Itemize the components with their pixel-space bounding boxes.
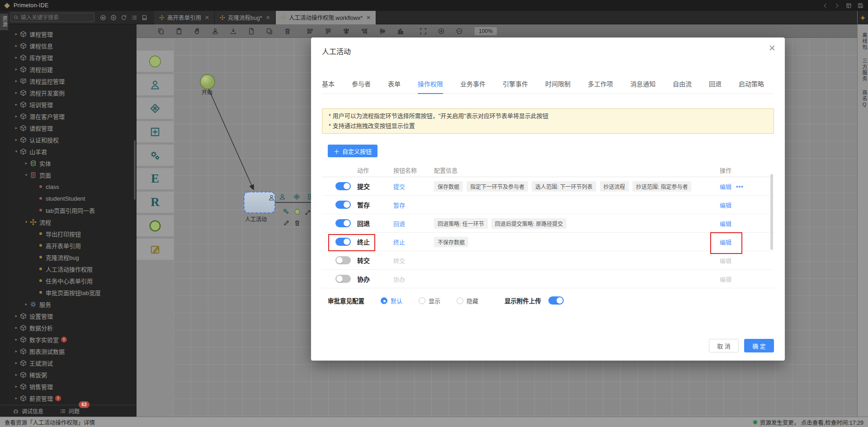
expand-arrow-icon[interactable]: ▸ [13,67,20,71]
expand-arrow-icon[interactable]: ▸ [23,302,30,306]
assistant-icon[interactable] [860,15,866,21]
expand-arrow-icon[interactable]: ▸ [13,337,20,342]
close-tab-icon[interactable]: ✕ [266,14,270,21]
edit-link[interactable]: 编辑 [720,238,731,246]
enable-toggle[interactable] [335,219,351,227]
fit-icon[interactable] [420,28,427,35]
close-tab-icon[interactable]: ✕ [366,14,371,21]
edit-link[interactable]: 编辑 [720,275,731,283]
palette-start-node[interactable] [137,51,174,72]
tree-item[interactable]: 审批页面按钮tab宽度 [8,286,137,298]
expand-arrow-icon[interactable]: ▸ [13,79,20,83]
close-tab-icon[interactable]: ✕ [205,14,209,21]
tree-item[interactable]: ▸课程管理 [8,28,137,40]
ok-button[interactable]: 确 定 [744,339,774,352]
search-box[interactable] [10,13,94,22]
dialog-tab-操作权限[interactable]: 操作权限 [418,79,443,88]
zoom-in-icon[interactable] [438,28,445,35]
expand-arrow-icon[interactable]: ▸ [13,43,20,48]
tree-item[interactable]: 任务中心表单引用 [8,275,137,286]
tree-item[interactable]: ▸潜在客户管理 [8,110,137,122]
tree-item[interactable]: 克隆流程bug [8,251,137,263]
expand-arrow-icon[interactable]: ▸ [13,384,20,389]
palette-entity-r[interactable]: R [137,192,174,213]
dialog-tab-多工作项[interactable]: 多工作项 [588,79,613,88]
resource-change-notice[interactable]: 资源发生变更， 点击查看,检查时间:17:29 [753,418,863,427]
tree-item[interactable]: ▾页面 [8,169,137,181]
pencil-icon[interactable] [283,220,290,226]
align-right-icon[interactable] [361,28,368,35]
opinion-radio-显示[interactable]: 显示 [419,296,440,305]
diamond-star-icon[interactable] [293,193,300,200]
arrow-ne-icon[interactable] [305,209,311,216]
tree-item[interactable]: class [8,181,137,192]
expand-arrow-icon[interactable]: ▸ [13,126,20,130]
palette-annotation-node[interactable] [137,239,174,260]
problems-tab[interactable]: 问题 63 [60,407,80,415]
tree-item[interactable]: ▸课程信息 [8,40,137,52]
tree-item[interactable]: ▸薪资管理! [8,392,137,404]
button-name-link[interactable]: 回退 [393,221,405,227]
person-icon[interactable] [279,193,286,200]
tree-item[interactable]: ▸设置管理 [8,310,137,322]
dialog-scrollbar-thumb[interactable] [770,174,773,250]
align-top-icon[interactable] [325,28,332,35]
right-rail-tab[interactable]: 三方服务 [858,58,868,82]
dialog-tab-消息通知[interactable]: 消息通知 [630,79,656,88]
copy-icon[interactable] [157,28,165,35]
opinion-radio-默认[interactable]: 默认 [381,296,402,305]
align-middle-icon[interactable] [379,28,386,35]
dialog-close-icon[interactable]: ✕ [769,44,776,52]
doc-tab-2[interactable]: 克隆流程bug*✕ [215,11,276,24]
palette-entity-e[interactable]: E [137,168,174,189]
expand-arrow-icon[interactable]: ▸ [23,161,30,165]
opinion-radio-隐藏[interactable]: 隐藏 [457,296,478,305]
dialog-tab-基本[interactable]: 基本 [322,79,335,88]
dialog-tab-自由流[interactable]: 自由流 [673,79,692,88]
expand-arrow-icon[interactable]: ▸ [13,325,20,330]
trash-icon[interactable] [284,28,291,35]
start-node[interactable] [200,75,215,89]
doc-tab-3[interactable]: 人工活动操作权限.workflowx*✕ [276,11,376,24]
outline-icon[interactable] [131,14,137,21]
edit-link[interactable]: 编辑 [720,201,731,209]
dialog-tab-启动策略[interactable]: 启动策略 [739,79,764,88]
right-rail-tab[interactable]: 商名Q [858,90,868,108]
debug-info-tab[interactable]: 调试信息 [13,407,43,415]
right-rail-tab[interactable]: 离线包 [858,33,868,50]
expand-arrow-icon[interactable]: ▸ [13,396,20,400]
tree-item[interactable]: ▸实体 [8,157,137,169]
paste-icon[interactable] [175,28,183,35]
duplicate-icon[interactable] [266,28,273,35]
plugin-icon[interactable] [110,14,117,21]
tree-item[interactable]: ▾山羊君 [8,145,137,157]
add-custom-button[interactable]: ＋ 自定义按钮 [328,145,377,157]
expand-arrow-icon[interactable]: ▸ [13,361,20,365]
edit-link[interactable]: 编辑 [720,182,731,191]
hand-icon[interactable] [193,28,201,35]
layout-icon[interactable] [846,3,852,9]
doc-tab-1[interactable]: 高开表单引用✕ [154,11,215,24]
dialog-tab-时间限制[interactable]: 时间限制 [545,79,571,88]
save-icon[interactable] [858,3,863,9]
expand-arrow-icon[interactable]: ▸ [13,349,20,353]
dialog-tab-参与者[interactable]: 参与者 [352,79,371,88]
file-icon[interactable] [248,28,255,35]
expand-arrow-icon[interactable]: ▸ [13,114,20,118]
tree-item[interactable]: ▸图表测试数据 [8,345,137,357]
palette-auto-activity-node[interactable] [137,145,174,166]
expand-arrow-icon[interactable]: ▸ [13,314,20,318]
tree-item[interactable]: ▸王斌测试 [8,357,137,369]
circle-node-icon[interactable] [294,208,301,215]
ai-icon[interactable] [100,14,106,21]
tree-item[interactable]: tab页面引用同一表 [8,204,137,216]
align-left-icon[interactable] [307,28,314,35]
button-name-link[interactable]: 协办 [393,276,405,283]
palette-subprocess-node[interactable] [137,121,174,142]
cancel-button[interactable]: 取 消 [709,339,739,352]
tree-item[interactable]: studentStudent [8,192,137,204]
edit-link[interactable]: 编辑 [720,219,731,228]
tree-item[interactable]: ▸请假管理 [8,122,137,134]
zoom-out-icon[interactable] [456,28,463,35]
more-actions-icon[interactable]: ••• [736,183,744,190]
